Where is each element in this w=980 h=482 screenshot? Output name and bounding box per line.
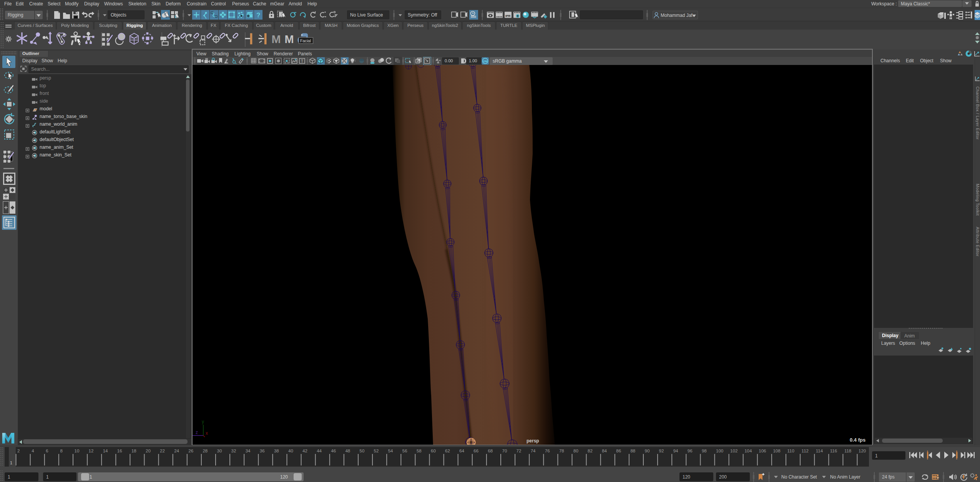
svg-text:58: 58 [417, 449, 422, 453]
svg-text:72: 72 [517, 449, 522, 453]
svg-text:2: 2 [17, 449, 20, 453]
svg-text:54: 54 [388, 449, 393, 453]
svg-text:114: 114 [816, 449, 823, 453]
svg-text:10: 10 [75, 449, 80, 453]
svg-text:112: 112 [802, 449, 809, 453]
svg-text:70: 70 [502, 449, 507, 453]
svg-text:76: 76 [545, 449, 550, 453]
svg-text:106: 106 [759, 449, 766, 453]
svg-text:T: T [301, 59, 303, 63]
svg-text:32: 32 [231, 449, 236, 453]
svg-text:110: 110 [787, 449, 794, 453]
svg-text:94: 94 [673, 449, 678, 453]
svg-text:38: 38 [274, 449, 279, 453]
svg-text:M: M [271, 33, 281, 45]
svg-text:66: 66 [473, 449, 478, 453]
svg-text:50: 50 [360, 449, 365, 453]
svg-text:120: 120 [859, 449, 866, 453]
svg-text:6: 6 [46, 449, 48, 453]
svg-text:48: 48 [345, 449, 350, 453]
svg-text:42: 42 [302, 449, 307, 453]
svg-text:64: 64 [459, 449, 464, 453]
svg-text:104: 104 [744, 449, 752, 453]
svg-text:ON: ON [483, 60, 487, 63]
svg-text:100: 100 [716, 449, 723, 453]
svg-text:12: 12 [89, 449, 94, 453]
svg-text:82: 82 [588, 449, 593, 453]
svg-text:68: 68 [488, 449, 493, 453]
svg-text:74: 74 [531, 449, 536, 453]
svg-text:M: M [284, 33, 294, 45]
svg-text:98: 98 [702, 449, 707, 453]
svg-text:84: 84 [602, 449, 607, 453]
svg-text:16: 16 [117, 449, 122, 453]
svg-text:14: 14 [103, 449, 108, 453]
svg-text:18: 18 [131, 449, 136, 453]
svg-text:20: 20 [146, 449, 151, 453]
svg-text:36: 36 [260, 449, 265, 453]
svg-text:0.4 fps: 0.4 fps [850, 437, 865, 443]
svg-text:52: 52 [374, 449, 379, 453]
svg-text:y: y [202, 419, 204, 424]
svg-text:90: 90 [645, 449, 650, 453]
svg-text:34: 34 [246, 449, 251, 453]
svg-text:?: ? [256, 12, 260, 19]
svg-text:62: 62 [445, 449, 450, 453]
svg-text:86: 86 [616, 449, 621, 453]
svg-text:IPR: IPR [505, 14, 511, 18]
svg-text:92: 92 [659, 449, 664, 453]
svg-text:x: x [206, 430, 208, 436]
svg-text:persp: persp [527, 438, 539, 444]
svg-text:26: 26 [188, 449, 193, 453]
svg-text:118: 118 [844, 449, 851, 453]
svg-text:z: z [196, 430, 198, 435]
svg-text:44: 44 [317, 449, 322, 453]
svg-text:28: 28 [203, 449, 208, 453]
svg-text:96: 96 [688, 449, 693, 453]
svg-text:102: 102 [730, 449, 737, 453]
svg-text:40: 40 [288, 449, 293, 453]
svg-text:60: 60 [431, 449, 436, 453]
svg-text:108: 108 [773, 449, 780, 453]
svg-text:4: 4 [32, 449, 34, 453]
svg-text:22: 22 [160, 449, 165, 453]
svg-text:78: 78 [559, 449, 564, 453]
svg-text:46: 46 [331, 449, 336, 453]
svg-text:30: 30 [217, 449, 222, 453]
svg-text:88: 88 [630, 449, 635, 453]
svg-text:80: 80 [573, 449, 578, 453]
svg-text:8: 8 [60, 449, 62, 453]
svg-text:24: 24 [174, 449, 179, 453]
svg-text:56: 56 [402, 449, 407, 453]
svg-text:116: 116 [830, 449, 837, 453]
